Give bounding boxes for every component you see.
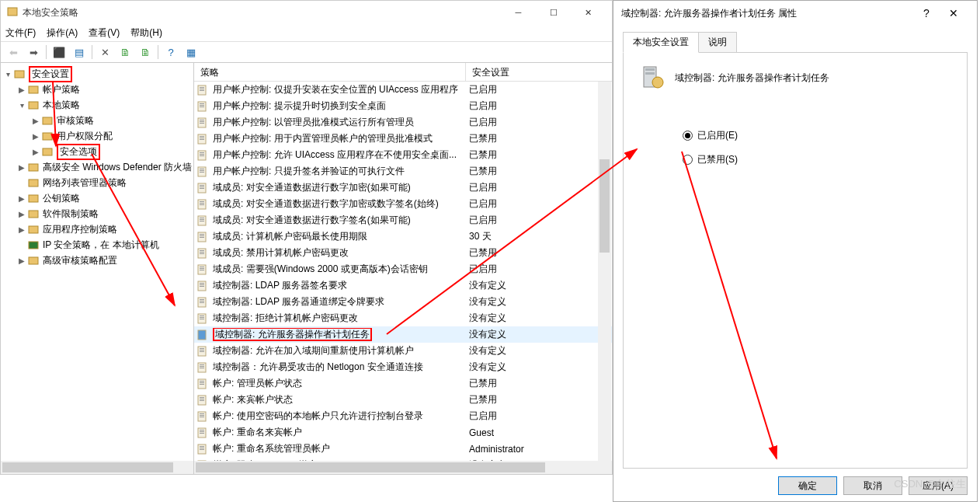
- policy-value: 没有定义: [466, 328, 612, 341]
- dialog-title: 域控制器: 允许服务器操作者计划任务 属性: [621, 7, 797, 20]
- list-row[interactable]: 域成员: 对安全通道数据进行数字签名(如果可能)已启用: [194, 212, 612, 228]
- list-scrollbar-h[interactable]: [194, 461, 612, 474]
- svg-rect-51: [200, 234, 204, 235]
- policy-name: 域控制器：允许易受攻击的 Netlogon 安全通道连接: [213, 361, 423, 374]
- tree-item[interactable]: ▶安全选项: [2, 144, 192, 159]
- svg-rect-83: [200, 364, 204, 365]
- policy-name: 域成员: 对安全通道数据进行数字加密(如果可能): [213, 181, 411, 194]
- list-row[interactable]: 域控制器: 允许在加入域期间重新使用计算机帐户没有定义: [194, 343, 612, 359]
- tree-item[interactable]: ▶IP 安全策略，在 本地计算机: [2, 237, 192, 253]
- tree-item[interactable]: ▶网络列表管理器策略: [2, 175, 192, 190]
- delete-button[interactable]: ✕: [96, 44, 114, 61]
- tree-item[interactable]: ▶公钥策略: [2, 190, 192, 206]
- list-button[interactable]: ▤: [70, 44, 89, 61]
- svg-rect-39: [200, 185, 204, 186]
- radio-disabled[interactable]: 已禁用(S): [683, 153, 951, 166]
- list-row[interactable]: 域成员: 禁用计算机帐户密码更改已禁用: [194, 245, 612, 261]
- maximize-button[interactable]: ☐: [536, 1, 571, 24]
- list-row[interactable]: 域控制器：允许易受攻击的 Netlogon 安全通道连接没有定义: [194, 359, 612, 375]
- list-row[interactable]: 域控制器: LDAP 服务器通道绑定令牌要求没有定义: [194, 294, 612, 310]
- tree-item[interactable]: ▶软件限制策略: [2, 206, 192, 221]
- tree-item[interactable]: ▶高级审核策略配置: [2, 253, 192, 268]
- list-row[interactable]: 域控制器: LDAP 服务器签名要求没有定义: [194, 277, 612, 294]
- svg-rect-45: [200, 204, 204, 205]
- close-button[interactable]: ✕: [571, 1, 606, 24]
- svg-rect-91: [200, 397, 204, 398]
- policy-name: 用户帐户控制: 以管理员批准模式运行所有管理员: [213, 116, 414, 129]
- svg-rect-60: [200, 268, 204, 269]
- policy-name: 帐户: 来宾帐户状态: [213, 393, 293, 406]
- minimize-button[interactable]: ─: [501, 1, 536, 24]
- export-button[interactable]: 🗎: [116, 44, 134, 61]
- tree-item[interactable]: ▶用户权限分配: [2, 128, 192, 144]
- policy-value: 已启用: [466, 214, 612, 227]
- svg-rect-31: [200, 152, 204, 153]
- help-button[interactable]: ?: [162, 44, 180, 61]
- forward-button[interactable]: ➡: [24, 44, 43, 61]
- menu-file[interactable]: 文件(F): [5, 26, 36, 40]
- list-row[interactable]: 用户帐户控制: 用于内置管理员帐户的管理员批准模式已禁用: [194, 131, 612, 147]
- tree-item[interactable]: ▾本地策略: [2, 97, 192, 113]
- ok-button[interactable]: 确定: [778, 476, 837, 495]
- list-row[interactable]: 域成员: 对安全通道数据进行数字加密(如果可能)已启用: [194, 180, 612, 196]
- properties-dialog: 域控制器: 允许服务器操作者计划任务 属性 ? ✕ 本地安全设置 说明 域控制器…: [613, 0, 978, 502]
- svg-rect-17: [200, 90, 204, 91]
- refresh-button[interactable]: 🗎: [136, 44, 155, 61]
- policy-icon: [197, 411, 210, 422]
- svg-rect-12: [29, 242, 38, 249]
- col-header-policy[interactable]: 策略: [194, 63, 466, 81]
- list-row[interactable]: 用户帐户控制: 允许 UIAccess 应用程序在不使用安全桌面...已禁用: [194, 147, 612, 163]
- list-row[interactable]: 帐户: 使用空密码的本地帐户只允许进行控制台登录已启用: [194, 408, 612, 424]
- list-row[interactable]: 用户帐户控制: 以管理员批准模式运行所有管理员已启用: [194, 114, 612, 131]
- svg-rect-21: [200, 106, 204, 107]
- list-row[interactable]: 帐户: 管理员帐户状态已禁用: [194, 375, 612, 392]
- tree-item-label: 公钥策略: [43, 192, 80, 205]
- list-row[interactable]: 域成员: 需要强(Windows 2000 或更高版本)会话密钥已启用: [194, 261, 612, 277]
- folder-icon: [41, 115, 54, 126]
- svg-rect-27: [200, 136, 204, 137]
- tree-scrollbar-h[interactable]: [1, 461, 193, 474]
- folder-icon: [27, 239, 40, 250]
- tree-root-label[interactable]: 安全设置: [29, 66, 72, 82]
- dialog-close-button[interactable]: ✕: [938, 7, 969, 19]
- svg-rect-10: [29, 211, 38, 218]
- watermark: CSDN @向往生: [894, 477, 966, 491]
- policy-name: 域成员: 对安全通道数据进行数字加密或数字签名(始终): [213, 197, 439, 211]
- list-row[interactable]: 帐户: 重命名来宾帐户Guest: [194, 424, 612, 441]
- radio-enabled[interactable]: 已启用(E): [683, 129, 951, 142]
- up-button[interactable]: ⬛: [50, 44, 68, 61]
- svg-rect-23: [200, 120, 204, 120]
- list-row[interactable]: 用户帐户控制: 仅提升安装在安全位置的 UIAccess 应用程序已启用: [194, 82, 612, 98]
- svg-rect-13: [29, 257, 38, 264]
- list-row[interactable]: 域控制器: 拒绝计算机帐户密码更改没有定义: [194, 310, 612, 326]
- list-row[interactable]: 帐户: 重命名系统管理员帐户Administrator: [194, 441, 612, 457]
- tab-local-setting[interactable]: 本地安全设置: [623, 32, 699, 53]
- dialog-help-button[interactable]: ?: [915, 7, 938, 19]
- tree-item[interactable]: ▶帐户策略: [2, 82, 192, 97]
- tree-item[interactable]: ▶高级安全 Windows Defender 防火墙: [2, 159, 192, 175]
- list-scrollbar-v[interactable]: [598, 82, 611, 461]
- list-row[interactable]: 用户帐户控制: 提示提升时切换到安全桌面已启用: [194, 98, 612, 114]
- list-row[interactable]: 域成员: 对安全通道数据进行数字加密或数字签名(始终)已启用: [194, 196, 612, 212]
- policy-value: 30 天: [466, 230, 612, 243]
- svg-rect-25: [200, 123, 204, 124]
- tree-item-label: 高级审核策略配置: [43, 254, 117, 267]
- list-row[interactable]: 域控制器: 允许服务器操作者计划任务没有定义: [194, 326, 612, 343]
- back-button[interactable]: ⬅: [4, 44, 23, 61]
- svg-rect-65: [200, 286, 204, 287]
- tree-item[interactable]: ▶应用程序控制策略: [2, 221, 192, 237]
- tree-item[interactable]: ▶审核策略: [2, 113, 192, 128]
- tab-explain[interactable]: 说明: [698, 32, 737, 53]
- col-header-setting[interactable]: 安全设置: [466, 63, 612, 81]
- menu-view[interactable]: 查看(V): [89, 26, 120, 40]
- menu-action[interactable]: 操作(A): [47, 26, 78, 40]
- policy-icon: [197, 150, 210, 161]
- list-row[interactable]: 用户帐户控制: 只提升签名并验证的可执行文件已禁用: [194, 163, 612, 180]
- tree-item-label: 审核策略: [57, 114, 94, 127]
- list-row[interactable]: 域成员: 计算机帐户密码最长使用期限30 天: [194, 228, 612, 245]
- export-list-button[interactable]: ▦: [182, 44, 200, 61]
- svg-rect-89: [200, 384, 204, 385]
- list-row[interactable]: 帐户: 来宾帐户状态已禁用: [194, 392, 612, 408]
- menu-help[interactable]: 帮助(H): [130, 26, 162, 40]
- policy-value: 没有定义: [466, 312, 612, 325]
